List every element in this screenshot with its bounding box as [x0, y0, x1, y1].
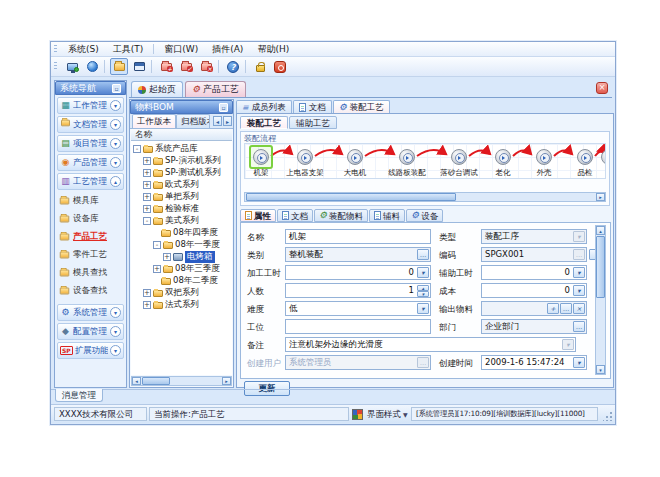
chevron-down-icon[interactable]: ▾: [110, 345, 121, 356]
chevron-down-icon[interactable]: ▾: [110, 326, 121, 337]
tab-assembly-process[interactable]: ⚙装配工艺: [333, 100, 390, 114]
expander-icon[interactable]: -: [133, 145, 141, 153]
scrollbar-thumb[interactable]: [596, 236, 605, 298]
open-folder-icon[interactable]: [110, 58, 128, 75]
tab-documents[interactable]: 文档: [293, 100, 332, 114]
chevron-down-icon[interactable]: ▾: [110, 119, 121, 130]
chevron-down-icon[interactable]: [573, 231, 585, 242]
tab-start-page[interactable]: 起始页: [131, 81, 183, 97]
folder-close-icon[interactable]: ×: [197, 58, 215, 75]
cost-input[interactable]: 0: [481, 283, 587, 298]
flow-node[interactable]: [495, 149, 511, 165]
toolbar-grip[interactable]: [54, 62, 57, 71]
tree-row[interactable]: -08年一季度: [131, 239, 232, 251]
output-material-picker[interactable]: [481, 301, 587, 316]
chevron-down-icon[interactable]: ▼: [403, 411, 408, 418]
expander-icon[interactable]: +: [163, 253, 171, 261]
expander-icon[interactable]: -: [143, 217, 151, 225]
type-combobox[interactable]: 装配工序: [481, 229, 587, 244]
form-vertical-scrollbar[interactable]: [595, 225, 606, 375]
ellipsis-icon[interactable]: [417, 249, 429, 260]
expander-icon[interactable]: +: [143, 157, 151, 165]
menu-grip[interactable]: [54, 45, 57, 54]
sidebar-item-part-process[interactable]: 零件工艺: [59, 248, 125, 262]
scrollbar-thumb[interactable]: [246, 193, 456, 201]
chevron-down-icon[interactable]: [573, 357, 585, 368]
tab-equipment[interactable]: ⚙设备: [406, 209, 443, 222]
tab-auxiliary-materials[interactable]: 辅料: [369, 209, 405, 222]
expander-icon[interactable]: +: [143, 205, 151, 213]
tree-horizontal-scrollbar[interactable]: [131, 376, 232, 386]
expander-icon[interactable]: +: [143, 301, 151, 309]
interface-style-label[interactable]: 界面样式: [367, 409, 401, 421]
pushpin-icon[interactable]: [112, 84, 121, 93]
flow-canvas[interactable]: 机架 上电器支架 大电机 线路板装配 落砂台调试 老化 外壳 品检: [244, 143, 606, 179]
sidebar-item-craft[interactable]: ▥ 工艺管理 ▴: [57, 173, 124, 190]
lock-icon[interactable]: [251, 58, 269, 75]
flow-horizontal-scrollbar[interactable]: [244, 192, 606, 202]
scrollbar-thumb[interactable]: [142, 377, 170, 385]
code-picker[interactable]: SPGX001: [481, 247, 587, 262]
chevron-up-icon[interactable]: ▴: [110, 176, 121, 187]
tree-row[interactable]: -美式系列: [131, 215, 232, 227]
tree-row[interactable]: 08年二季度: [131, 275, 232, 287]
chevron-down-icon[interactable]: [573, 267, 585, 278]
chevron-down-icon[interactable]: ▾: [110, 307, 121, 318]
expander-icon[interactable]: +: [143, 181, 151, 189]
folder-check-icon[interactable]: ✓: [177, 58, 195, 75]
tab-working-version[interactable]: 工作版本: [132, 114, 176, 128]
ellipsis-icon[interactable]: [573, 321, 585, 332]
close-icon[interactable]: [596, 82, 608, 94]
scroll-right-icon[interactable]: [596, 193, 605, 201]
flow-node[interactable]: [297, 149, 313, 165]
flow-node[interactable]: [399, 149, 415, 165]
menu-plugins[interactable]: 插件(A): [205, 41, 250, 58]
difficulty-combobox[interactable]: 低: [285, 301, 431, 316]
exit-icon[interactable]: [271, 58, 289, 75]
people-stepper[interactable]: 1: [285, 283, 431, 298]
tab-prop-documents[interactable]: 文档: [277, 209, 313, 222]
scroll-up-icon[interactable]: [596, 226, 605, 235]
tree-column-header[interactable]: 名称: [131, 129, 232, 141]
flow-node[interactable]: [536, 149, 552, 165]
tree-row-selected[interactable]: +电烤箱: [131, 251, 232, 263]
scroll-down-icon[interactable]: [596, 365, 605, 374]
station-input[interactable]: [285, 319, 431, 334]
theme-palette-icon[interactable]: [352, 409, 363, 420]
tab-archived-version[interactable]: 归档版本: [176, 114, 210, 128]
chevron-down-icon[interactable]: [562, 339, 574, 350]
tree-row[interactable]: +双把系列: [131, 287, 232, 299]
chevron-down-icon[interactable]: [417, 303, 429, 314]
sidebar-item-equipment-search[interactable]: 设备查找: [59, 284, 125, 298]
window-icon[interactable]: [130, 58, 148, 75]
chevron-down-icon[interactable]: ▾: [110, 100, 121, 111]
menu-tools[interactable]: 工具(T): [106, 41, 151, 58]
aux-hours-input[interactable]: 0: [481, 265, 587, 280]
tab-assembly-materials[interactable]: ⚙装配物料: [314, 209, 368, 222]
menu-system[interactable]: 系统(S): [61, 41, 106, 58]
flow-node[interactable]: [451, 149, 467, 165]
resize-grip[interactable]: [603, 411, 613, 421]
tree-row[interactable]: +欧式系列: [131, 179, 232, 191]
sidebar-item-product-process[interactable]: 产品工艺: [59, 230, 125, 244]
chevron-down-icon[interactable]: [417, 267, 429, 278]
flow-node[interactable]: [577, 149, 593, 165]
name-input[interactable]: 机架: [285, 229, 431, 244]
tree-row[interactable]: +检验标准: [131, 203, 232, 215]
help-icon[interactable]: [224, 58, 242, 75]
expander-icon[interactable]: +: [143, 289, 151, 297]
tab-message-management[interactable]: 消息管理: [55, 389, 103, 402]
sidebar-item-equipment-library[interactable]: 设备库: [59, 212, 125, 226]
sidebar-item-product[interactable]: ◉ 产品管理 ▾: [57, 154, 124, 171]
pushpin-icon[interactable]: [219, 103, 228, 112]
flow-node[interactable]: [347, 149, 363, 165]
flow-node-frame[interactable]: [253, 149, 269, 165]
category-picker[interactable]: 整机装配: [285, 247, 431, 262]
scroll-left-icon[interactable]: [132, 377, 141, 385]
sidebar-item-mold-library[interactable]: 模具库: [59, 194, 125, 208]
tree-row[interactable]: +单把系列: [131, 191, 232, 203]
chevron-down-icon[interactable]: [573, 285, 585, 296]
menu-window[interactable]: 窗口(W): [157, 41, 205, 58]
ellipsis-icon[interactable]: [560, 303, 572, 314]
chevron-down-icon[interactable]: ▾: [110, 157, 121, 168]
